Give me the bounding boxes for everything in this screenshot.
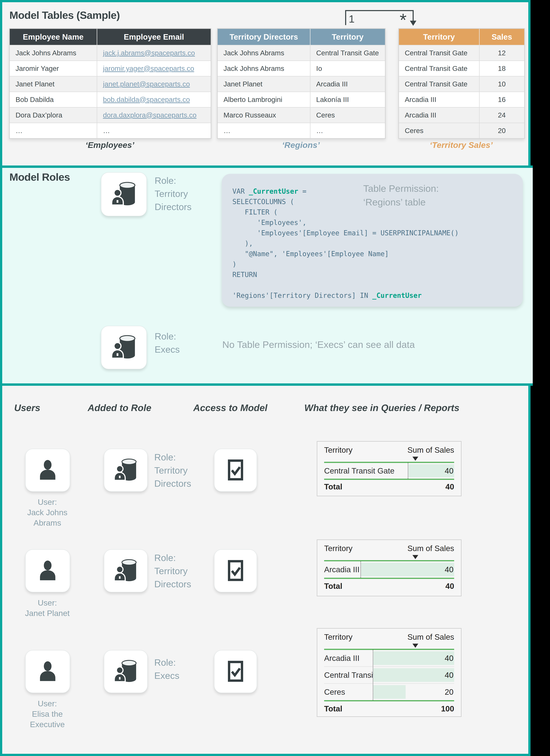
user-label: User: Janet Planet (8, 598, 87, 618)
table-cell: Janet Planet (9, 76, 97, 92)
cardinality-many-label: * (400, 11, 407, 29)
role-icon (109, 179, 138, 209)
result-territory: Arcadia III (324, 565, 360, 574)
table-header-row: Territory Sales (399, 29, 525, 45)
email-link[interactable]: jaromir.yager@spaceparts.co (103, 65, 194, 72)
user-label-line: Elisa the (8, 709, 87, 719)
role-label: Role: Execs (154, 656, 179, 682)
table-cell: bob.dabilda@spaceparts.co (97, 92, 211, 107)
user-label-line: Abrams (8, 518, 87, 528)
total-label: Total (324, 704, 342, 713)
result-column-territory: Territory (324, 632, 353, 642)
result-table: Territory Sum of Sales Arcadia III 40 (317, 539, 462, 596)
table-cell: 12 (479, 45, 525, 61)
role-icon (112, 456, 139, 484)
regions-table: Territory Directors Territory Jack Johns… (217, 28, 386, 139)
user-label-line: User: (8, 598, 87, 608)
table-row: Dora Dax’ploradora.daxplora@spaceparts.c… (9, 107, 211, 123)
result-table: Territory Sum of Sales Arcadia III 40 (317, 628, 462, 717)
table-row: Central Transit Gate10 (399, 76, 525, 92)
role-icon (112, 557, 139, 585)
user-label-line: User: (8, 698, 87, 709)
table-row: Jaromir Yagerjaromir.yager@spaceparts.co (9, 61, 211, 76)
section-divider (2, 383, 533, 386)
role-label-line: Role: (154, 656, 179, 669)
table-header-row: Territory Directors Territory (217, 29, 385, 45)
code-line: RETURN (232, 269, 459, 280)
table-row: Central Transit Gate12 (399, 45, 525, 61)
table-cell: 10 (479, 76, 525, 92)
column-header: Territory Directors (217, 29, 310, 45)
result-row: Arcadia III 40 (324, 561, 454, 578)
table-row: Jack Johns AbramsIo (217, 61, 385, 76)
divider-line (324, 479, 454, 480)
role-label-line: Directors (154, 477, 191, 490)
table-cell: Janet Planet (217, 76, 310, 92)
territory-sales-table: Territory Sales Central Transit Gate12Ce… (398, 28, 525, 139)
section-title-model-tables: Model Tables (Sample) (9, 9, 120, 21)
employees-caption: ‘Employees’ (50, 140, 170, 150)
role-card (104, 449, 148, 492)
result-value: 40 (445, 565, 454, 574)
table-cell: 20 (479, 123, 525, 139)
checked-checkbox-icon (226, 661, 244, 683)
table-cell: Jack Johns Abrams (9, 45, 97, 61)
table-row: Janet Planetjanet.planet@spaceparts.co (9, 76, 211, 92)
role-label-line: Territory (154, 464, 191, 477)
table-cell: Central Transit Gate (399, 61, 479, 76)
employees-table: Employee Name Employee Email Jack Johns … (9, 28, 211, 139)
column-heading-users: Users (14, 402, 40, 413)
sort-descending-icon (413, 644, 418, 648)
table-cell: … (9, 123, 97, 139)
role-icon (112, 658, 139, 686)
arrow-down-icon (410, 21, 416, 26)
column-heading-what-they-see: What they see in Queries / Reports (304, 402, 459, 413)
total-value: 40 (445, 482, 454, 491)
table-cell: dora.daxplora@spaceparts.co (97, 107, 211, 123)
role-label: Role: Territory Directors (154, 451, 191, 490)
table-cell: … (310, 123, 385, 139)
total-label: Total (324, 482, 342, 491)
data-bar (373, 668, 454, 682)
table-row: Arcadia III16 (399, 92, 525, 107)
user-card (25, 549, 70, 592)
table-row: Alberto LambroginiLakonía III (217, 92, 385, 107)
email-link[interactable]: jack.j.abrams@spaceparts.co (103, 49, 195, 57)
table-cell: 24 (479, 107, 525, 123)
infographic-canvas: Model Tables (Sample) Employee Name Empl… (0, 0, 550, 756)
table-cell: Arcadia III (310, 76, 385, 92)
section-divider (2, 165, 533, 168)
table-cell: 16 (479, 92, 525, 107)
table-cell: Central Transit Gate (399, 45, 479, 61)
email-link[interactable]: janet.planet@spaceparts.co (103, 80, 190, 88)
result-row: Ceres 20 (324, 684, 454, 700)
code-line: 'Employees'[Employee Email] = USERPRINCI… (232, 228, 459, 238)
result-column-sum-of-sales: Sum of Sales (407, 445, 454, 455)
code-line: "@Name", 'Employees'[Employee Name] (232, 249, 459, 259)
table-row: Janet PlanetArcadia III (217, 76, 385, 92)
column-header: Territory (310, 29, 385, 45)
code-line: VAR _CurrentUser = (232, 186, 459, 197)
result-value: 40 (445, 670, 454, 680)
table-cell: Alberto Lambrogini (217, 92, 310, 107)
data-bar (361, 563, 454, 576)
result-table: Territory Sum of Sales Central Transit G… (317, 441, 462, 496)
role-card (101, 326, 147, 369)
code-line: 'Employees', (232, 217, 459, 228)
table-cell: Jack Johns Abrams (217, 61, 310, 76)
result-row: Arcadia III 40 (324, 650, 454, 666)
result-column-territory: Territory (324, 544, 353, 553)
email-link[interactable]: bob.dabilda@spaceparts.co (103, 96, 190, 103)
total-value: 40 (445, 581, 454, 591)
result-column-sum-of-sales: Sum of Sales (407, 632, 454, 642)
table-cell: Marco Russeaux (217, 107, 310, 123)
code-line (232, 280, 459, 290)
section-title-model-roles: Model Roles (9, 171, 70, 183)
column-header: Employee Name (9, 29, 97, 45)
table-row: …… (9, 123, 211, 139)
role-label-line: Territory (154, 564, 191, 578)
sort-descending-icon (413, 555, 418, 559)
role-label-line: Role: (155, 330, 180, 343)
checked-checkbox-icon (226, 459, 244, 481)
email-link[interactable]: dora.daxplora@spaceparts.co (103, 111, 197, 119)
